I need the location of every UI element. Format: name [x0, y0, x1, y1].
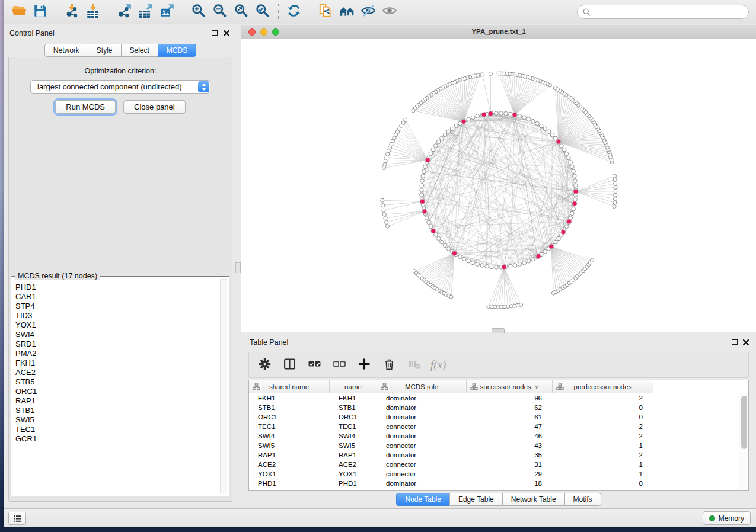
close-table-panel-icon[interactable] [742, 338, 749, 345]
cell-predecessor-nodes: 0 [553, 403, 653, 412]
open-session-button[interactable] [8, 2, 30, 21]
horizontal-splitter-handle[interactable] [492, 328, 505, 333]
mcds-list-scrollbar[interactable] [220, 279, 227, 493]
cell-predecessor-nodes: 1 [553, 460, 653, 469]
cell-MCDS-role: dominator [377, 479, 467, 488]
mcds-result-item[interactable]: ACE2 [12, 368, 218, 377]
mcds-result-item[interactable]: PHD1 [12, 283, 218, 292]
column-header-successor-nodes[interactable]: successor nodes∨ [467, 380, 553, 393]
criterion-select[interactable]: largest connected component (undirected) [30, 80, 210, 94]
mcds-result-item[interactable]: SWI4 [12, 330, 218, 339]
zoom-fit-button[interactable] [231, 2, 252, 21]
cell-successor-nodes: 62 [467, 403, 553, 412]
float-table-panel-icon[interactable] [732, 339, 738, 345]
network-canvas[interactable] [241, 39, 756, 332]
table-panel-title: Table Panel [250, 338, 288, 347]
column-header-predecessor-nodes[interactable]: predecessor nodes [553, 380, 653, 393]
network-graph[interactable] [241, 39, 756, 332]
cell-name: RAP1 [330, 450, 377, 460]
clone-network-button[interactable] [315, 2, 336, 21]
zoom-in-button[interactable] [188, 2, 209, 21]
refresh-button[interactable] [283, 2, 305, 21]
node-table: shared namenameMCDS rolesuccessor nodes∨… [248, 380, 749, 491]
mcds-result-list: PHD1CAR1STP4TID3YOX1SWI4SRD1PMA2FKH1ACE2… [12, 283, 218, 495]
column-header-shared-name[interactable]: shared name [249, 380, 330, 393]
mcds-result-item[interactable]: FKH1 [12, 358, 218, 368]
mcds-result-item[interactable]: YOX1 [12, 321, 218, 330]
cell-shared-name: FKH1 [249, 393, 330, 403]
table-row[interactable]: ACE2ACE2connector311 [249, 460, 739, 469]
mcds-result-item[interactable]: STP4 [12, 302, 218, 311]
zoom-out-button[interactable] [209, 2, 231, 21]
deselect-all-button[interactable] [331, 357, 347, 373]
add-row-button[interactable] [356, 357, 372, 373]
mcds-result-item[interactable]: CAR1 [12, 292, 218, 302]
mcds-result-item[interactable]: SWI5 [12, 415, 218, 425]
close-panel-button[interactable]: Close panel [123, 100, 186, 114]
table-row[interactable]: YOX1YOX1connector291 [249, 469, 739, 479]
zoom-selected-button[interactable] [252, 2, 273, 21]
export-table-button[interactable] [135, 2, 157, 21]
cell-name: TEC1 [330, 422, 377, 431]
mcds-result-item[interactable]: TEC1 [12, 425, 218, 434]
table-tab-node-table[interactable]: Node Table [396, 493, 450, 506]
table-row[interactable]: PHD1PHD1dominator180 [249, 479, 739, 488]
export-network-button[interactable] [114, 2, 135, 21]
cell-successor-nodes: 61 [467, 412, 553, 422]
table-row[interactable]: ORC1ORC1dominator610 [249, 412, 739, 422]
delete-table-button[interactable] [406, 357, 422, 373]
memory-status-icon [709, 515, 715, 521]
memory-button[interactable]: Memory [703, 511, 751, 525]
delete-row-button[interactable] [381, 357, 397, 373]
import-network-button[interactable] [61, 2, 82, 21]
show-all-button[interactable] [379, 2, 400, 21]
search-input[interactable] [594, 8, 743, 16]
tab-network[interactable]: Network [44, 44, 88, 57]
hide-selected-button[interactable] [358, 2, 379, 21]
content-area: Control Panel NetworkStyleSelectMCDS Opt… [4, 24, 756, 508]
close-panel-icon[interactable] [223, 28, 230, 36]
first-neighbors-button[interactable] [336, 2, 358, 21]
column-header-MCDS-role[interactable]: MCDS role [377, 380, 467, 393]
mcds-result-item[interactable]: TID3 [12, 311, 218, 321]
table-row[interactable]: TEC1TEC1connector472 [249, 422, 739, 431]
table-row[interactable]: STB1STB1dominator620 [249, 403, 739, 412]
table-row[interactable]: SWI5SWI5connector431 [249, 441, 739, 450]
table-header-row: shared namenameMCDS rolesuccessor nodes∨… [249, 380, 748, 393]
tab-style[interactable]: Style [88, 44, 122, 57]
function-builder-button[interactable]: f(x) [430, 358, 446, 371]
import-table-button[interactable] [82, 2, 104, 21]
mcds-result-item[interactable]: SRD1 [12, 339, 218, 349]
tab-mcds[interactable]: MCDS [158, 44, 196, 57]
table-tab-motifs[interactable]: Motifs [564, 493, 601, 506]
columns-button[interactable] [281, 357, 298, 373]
export-image-button[interactable] [157, 2, 178, 21]
column-header-name[interactable]: name [330, 380, 377, 393]
splitter-handle[interactable] [235, 262, 241, 273]
select-all-button[interactable] [306, 357, 323, 373]
table-tab-edge-table[interactable]: Edge Table [449, 493, 503, 506]
table-scrollbar[interactable] [739, 393, 748, 490]
table-row[interactable]: RAP1RAP1dominator352 [249, 450, 739, 460]
run-mcds-button[interactable]: Run MCDS [55, 100, 116, 114]
table-row[interactable]: FKH1FKH1dominator962 [249, 393, 739, 403]
mcds-result-item[interactable]: GCR1 [12, 434, 218, 444]
mcds-result-item[interactable]: PMA2 [12, 349, 218, 358]
mcds-result-item[interactable]: STB5 [12, 377, 218, 387]
mcds-result-item[interactable]: STB1 [12, 406, 218, 415]
float-panel-icon[interactable] [212, 30, 218, 36]
mcds-result-item[interactable]: ORC1 [12, 387, 218, 396]
save-session-button[interactable] [30, 2, 51, 21]
criterion-select-value: largest connected component (undirected) [37, 82, 182, 91]
zoom-in-icon [191, 3, 206, 21]
search-box[interactable] [577, 5, 749, 19]
panel-selector-button[interactable] [8, 512, 26, 525]
table-body: FKH1FKH1dominator962STB1STB1dominator620… [249, 393, 739, 490]
settings-button[interactable] [256, 357, 273, 373]
tab-select[interactable]: Select [121, 44, 158, 57]
mcds-result-item[interactable]: RAP1 [12, 396, 218, 406]
cell-shared-name: PHD1 [249, 479, 330, 488]
table-tab-network-table[interactable]: Network Table [502, 493, 565, 506]
table-row[interactable]: SWI4SWI4dominator462 [249, 431, 739, 441]
table-scrollbar-thumb[interactable] [741, 396, 747, 449]
